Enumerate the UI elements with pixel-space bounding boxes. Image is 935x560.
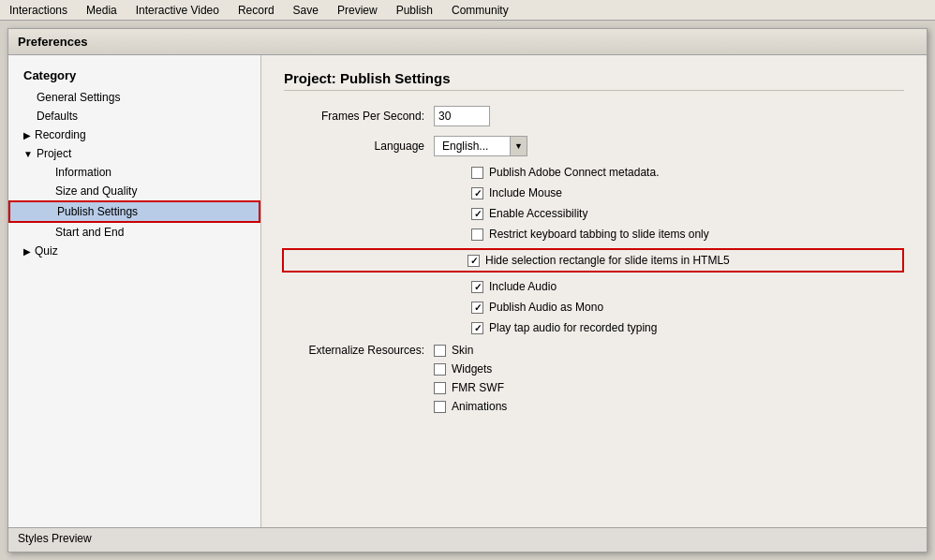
- animations-label: Animations: [452, 400, 507, 413]
- include-audio-checkbox[interactable]: [471, 281, 483, 293]
- publish-connect-row: Publish Adobe Connect metadata.: [284, 166, 904, 179]
- restrict-keyboard-row: Restrict keyboard tabbing to slide items…: [284, 228, 904, 241]
- dialog-footer: Styles Preview: [8, 527, 927, 552]
- menu-interactions[interactable]: Interactions: [0, 2, 77, 18]
- play-tap-audio-label: Play tap audio for recorded typing: [489, 321, 657, 334]
- publish-audio-mono-row: Publish Audio as Mono: [284, 301, 904, 314]
- play-tap-audio-row: Play tap audio for recorded typing: [284, 321, 904, 334]
- sidebar-size-quality-label: Size and Quality: [55, 184, 137, 198]
- sidebar-start-end-label: Start and End: [55, 226, 124, 239]
- skin-label: Skin: [452, 344, 473, 357]
- externalize-items: Skin Widgets FMR SWF Animations: [434, 344, 507, 419]
- skin-checkbox[interactable]: [434, 345, 446, 357]
- sidebar-item-quiz[interactable]: ▶ Quiz: [8, 242, 260, 260]
- play-tap-audio-checkbox[interactable]: [471, 322, 483, 334]
- menu-interactive-video[interactable]: Interactive Video: [126, 2, 229, 18]
- sidebar-item-project[interactable]: ▼ Project: [8, 144, 260, 163]
- sidebar-item-defaults[interactable]: Defaults: [8, 107, 260, 125]
- sidebar-quiz-label: Quiz: [35, 244, 58, 258]
- preferences-dialog: Preferences Category General Settings De…: [7, 28, 928, 553]
- animations-row: Animations: [434, 400, 507, 413]
- sidebar-item-publish-settings[interactable]: Publish Settings: [8, 200, 260, 223]
- include-audio-label: Include Audio: [489, 280, 557, 293]
- menu-preview[interactable]: Preview: [328, 2, 387, 18]
- language-label: Language: [284, 140, 434, 153]
- animations-checkbox[interactable]: [434, 401, 446, 413]
- sidebar-information-label: Information: [55, 166, 111, 179]
- sidebar-header: Category: [8, 65, 260, 88]
- enable-accessibility-row: Enable Accessibility: [284, 207, 904, 220]
- language-dropdown-arrow-icon[interactable]: ▼: [510, 137, 527, 155]
- sidebar-item-recording[interactable]: ▶ Recording: [8, 125, 260, 144]
- dialog-title: Preferences: [8, 29, 927, 55]
- publish-audio-mono-checkbox[interactable]: [471, 302, 483, 314]
- include-audio-row: Include Audio: [284, 280, 904, 293]
- menu-publish[interactable]: Publish: [387, 2, 442, 18]
- footer-text: Styles Preview: [18, 532, 92, 545]
- widgets-row: Widgets: [434, 362, 507, 376]
- enable-accessibility-label: Enable Accessibility: [489, 207, 587, 220]
- sidebar-item-start-and-end[interactable]: Start and End: [8, 223, 260, 242]
- fps-input[interactable]: [434, 106, 490, 126]
- dialog-body: Category General Settings Defaults ▶ Rec…: [8, 55, 927, 527]
- restrict-keyboard-label: Restrict keyboard tabbing to slide items…: [489, 228, 709, 241]
- menu-save[interactable]: Save: [284, 2, 328, 18]
- menubar: Interactions Media Interactive Video Rec…: [0, 0, 935, 21]
- recording-arrow-icon: ▶: [23, 130, 31, 140]
- skin-row: Skin: [434, 344, 507, 357]
- language-select[interactable]: English... ▼: [434, 136, 527, 156]
- fps-label: Frames Per Second:: [284, 110, 434, 123]
- hide-selection-checkbox[interactable]: [468, 255, 480, 267]
- sidebar-item-size-and-quality[interactable]: Size and Quality: [8, 182, 260, 200]
- quiz-arrow-icon: ▶: [23, 246, 31, 257]
- project-arrow-icon: ▼: [23, 149, 33, 159]
- externalize-section: Externalize Resources: Skin Widgets F: [284, 344, 904, 419]
- section-title: Project: Publish Settings: [284, 70, 904, 91]
- fmr-swf-label: FMR SWF: [452, 381, 504, 394]
- include-mouse-row: Include Mouse: [284, 186, 904, 199]
- sidebar-defaults-label: Defaults: [37, 110, 78, 123]
- sidebar-item-information[interactable]: Information: [8, 163, 260, 182]
- sidebar-project-label: Project: [37, 147, 71, 160]
- hide-selection-row: Hide selection rectangle for slide items…: [282, 248, 904, 273]
- menu-community[interactable]: Community: [442, 2, 518, 18]
- fmr-swf-row: FMR SWF: [434, 381, 507, 394]
- enable-accessibility-checkbox[interactable]: [471, 208, 483, 220]
- sidebar-general-settings-label: General Settings: [37, 91, 120, 104]
- widgets-checkbox[interactable]: [434, 363, 446, 376]
- menu-media[interactable]: Media: [77, 2, 126, 18]
- sidebar-item-general-settings[interactable]: General Settings: [8, 88, 260, 107]
- menu-record[interactable]: Record: [229, 2, 284, 18]
- publish-connect-checkbox[interactable]: [471, 167, 483, 179]
- publish-connect-label: Publish Adobe Connect metadata.: [489, 166, 659, 179]
- language-select-value: English...: [435, 138, 510, 155]
- main-content: Project: Publish Settings Frames Per Sec…: [261, 55, 927, 527]
- fps-row: Frames Per Second:: [284, 106, 904, 126]
- include-mouse-checkbox[interactable]: [471, 187, 483, 199]
- include-mouse-label: Include Mouse: [489, 186, 562, 199]
- publish-audio-mono-label: Publish Audio as Mono: [489, 301, 603, 314]
- sidebar-publish-settings-label: Publish Settings: [57, 205, 138, 218]
- widgets-label: Widgets: [452, 362, 492, 376]
- language-row: Language English... ▼: [284, 136, 904, 156]
- externalize-label: Externalize Resources:: [284, 344, 434, 357]
- restrict-keyboard-checkbox[interactable]: [471, 228, 483, 241]
- fmr-swf-checkbox[interactable]: [434, 382, 446, 394]
- hide-selection-label: Hide selection rectangle for slide items…: [485, 254, 730, 267]
- sidebar: Category General Settings Defaults ▶ Rec…: [8, 55, 261, 527]
- sidebar-recording-label: Recording: [35, 128, 86, 141]
